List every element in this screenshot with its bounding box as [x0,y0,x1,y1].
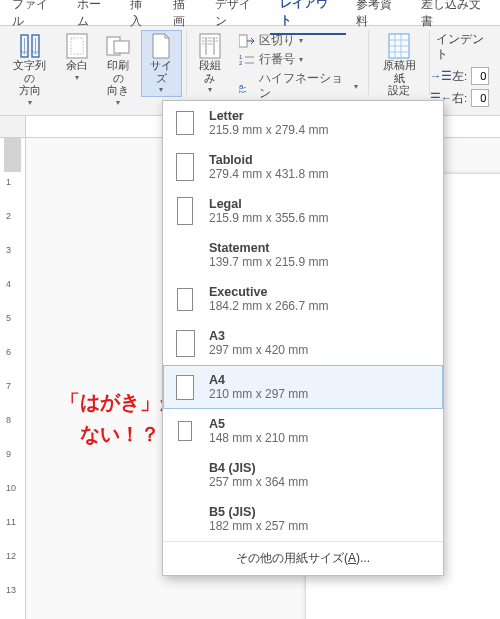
manuscript-icon [387,33,411,59]
columns-button[interactable]: 段組み ▾ [189,30,231,97]
size-option-executive[interactable]: Executive184.2 mm x 266.7 mm [163,277,443,321]
page-thumb-icon [173,330,197,357]
page-thumb-icon [173,197,197,225]
indent-left-icon: →☰ [434,69,448,83]
hyphenation-label: ハイフネーション [259,71,350,101]
chevron-down-icon: ▾ [299,36,303,45]
page-thumb-icon [173,421,197,441]
breaks-icon [239,34,255,48]
orientation-button[interactable]: 印刷の向き ▾ [98,30,139,110]
text-direction-button[interactable]: 文字列の方向 ▾ [4,30,56,110]
indent-left-input[interactable] [471,67,489,85]
margins-label: 余白 [66,59,88,72]
text-direction-icon [17,33,43,59]
chevron-down-icon: ▾ [208,85,212,94]
breaks-label: 区切り [259,33,295,48]
line-numbers-icon: 12 [239,53,255,67]
vertical-ruler[interactable]: 12345678910111213 [0,138,26,619]
manuscript-label: 原稿用紙設定 [378,59,420,97]
indent-title: インデント [434,32,496,64]
size-option-a4[interactable]: A4210 mm x 297 mm [163,365,443,409]
size-more-option[interactable]: その他の用紙サイズ(A)... [163,541,443,575]
text-direction-label: 文字列の方向 [9,59,51,97]
svg-text:2: 2 [239,60,243,66]
columns-label: 段組み [194,59,226,84]
size-dropdown-menu[interactable]: Letter215.9 mm x 279.4 mmTabloid279.4 mm… [162,100,444,576]
size-option-legal[interactable]: Legal215.9 mm x 355.6 mm [163,189,443,233]
page-thumb-icon [173,153,197,181]
manuscript-button[interactable]: 原稿用紙設定 [373,30,425,100]
size-option-a3[interactable]: A3297 mm x 420 mm [163,321,443,365]
chevron-down-icon: ▾ [354,82,358,91]
svg-text:bc: bc [239,89,247,93]
chevron-down-icon: ▾ [75,73,79,82]
margins-icon [65,33,89,59]
size-option-tabloid[interactable]: Tabloid279.4 mm x 431.8 mm [163,145,443,189]
size-button[interactable]: サイズ ▾ [141,30,182,97]
chevron-down-icon: ▾ [116,98,120,107]
page-thumb-icon [173,111,197,135]
svg-rect-17 [239,35,247,47]
indent-left-row[interactable]: →☰ 左: [434,66,489,86]
orientation-label: 印刷の向き [103,59,134,97]
size-icon [150,33,172,59]
size-option-letter[interactable]: Letter215.9 mm x 279.4 mm [163,101,443,145]
size-option-a5[interactable]: A5148 mm x 210 mm [163,409,443,453]
indent-right-label: 右: [452,91,467,106]
page-thumb-icon [173,375,197,400]
size-option-statement[interactable]: Statement139.7 mm x 215.9 mm [163,233,443,277]
chevron-down-icon: ▾ [28,98,32,107]
indent-right-input[interactable] [471,89,489,107]
margins-button[interactable]: 余白 ▾ [58,30,96,85]
size-option-b4-jis-[interactable]: B4 (JIS)257 mm x 364 mm [163,453,443,497]
orientation-icon [105,33,131,59]
size-option-b5-jis-[interactable]: B5 (JIS)182 mm x 257 mm [163,497,443,541]
breaks-button[interactable]: 区切り ▾ [235,32,362,49]
hyphenation-icon: a-bc [239,79,255,93]
size-label: サイズ [146,59,177,84]
page-thumb-icon [173,288,197,311]
line-numbers-label: 行番号 [259,52,295,67]
line-numbers-button[interactable]: 12 行番号 ▾ [235,51,362,68]
svg-rect-5 [114,41,129,53]
indent-left-label: 左: [452,69,467,84]
hyphenation-button[interactable]: a-bc ハイフネーション ▾ [235,70,362,102]
chevron-down-icon: ▾ [159,85,163,94]
chevron-down-icon: ▾ [299,55,303,64]
ruler-corner [0,116,26,138]
columns-icon [198,33,222,59]
group-page-setup: 文字列の方向 ▾ 余白 ▾ 印刷の向き ▾ サ [0,26,186,115]
